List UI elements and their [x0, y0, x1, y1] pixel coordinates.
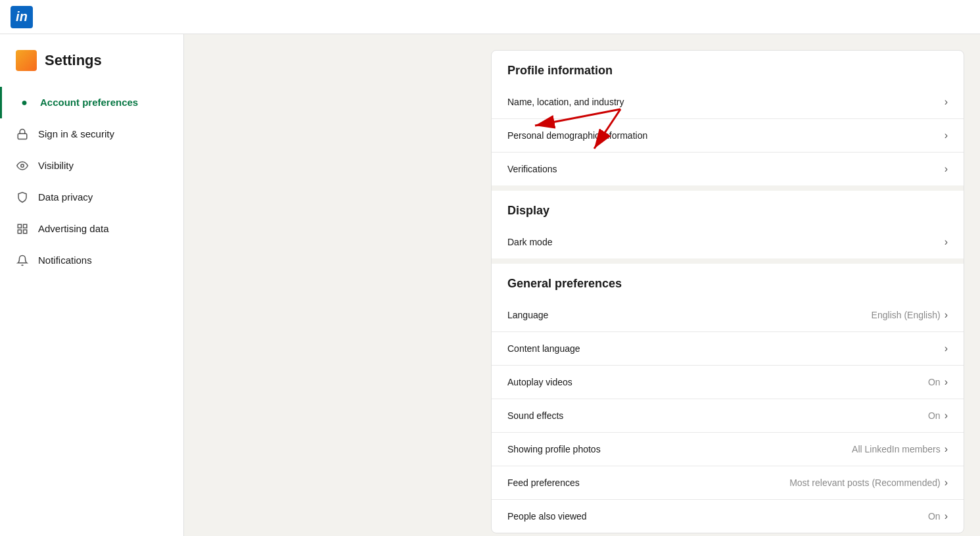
notifications-icon [16, 254, 29, 267]
chevron-icon-name-location: › [945, 96, 948, 108]
svg-rect-4 [24, 230, 27, 233]
sidebar-label-sign-in-security: Sign in & security [38, 128, 114, 141]
chevron-icon-demographic: › [945, 130, 948, 141]
item-left-feed: Feed preferences [507, 477, 580, 488]
sidebar-label-advertising-data: Advertising data [38, 222, 109, 235]
item-right-people-viewed: On › [928, 510, 948, 522]
item-dark-mode[interactable]: Dark mode › [492, 226, 964, 258]
item-right-name-location: › [945, 96, 948, 108]
section-title-profile: Profile information [492, 51, 964, 85]
sidebar-label-notifications: Notifications [38, 254, 92, 267]
item-label-name-location: Name, location, and industry [507, 97, 624, 107]
item-left-autoplay: Autoplay videos [507, 377, 572, 387]
item-label-sound: Sound effects [507, 410, 563, 421]
svg-rect-2 [18, 224, 21, 228]
item-label-feed: Feed preferences [507, 477, 580, 488]
main-layout: Settings ● Account preferences Sign in &… [0, 34, 980, 536]
item-left-name-location: Name, location, and industry [507, 97, 624, 107]
item-right-sound: On › [928, 410, 948, 422]
section-title-display: Display [492, 191, 964, 226]
section-display: Display Dark mode › [492, 191, 964, 264]
feed-value: Most relevant posts (Recommended) [789, 477, 941, 488]
sidebar: Settings ● Account preferences Sign in &… [0, 34, 184, 536]
item-people-also-viewed[interactable]: People also viewed On › [492, 499, 964, 533]
sign-in-security-icon [16, 128, 29, 141]
sidebar-label-visibility: Visibility [38, 159, 74, 172]
section-title-general: General preferences [492, 264, 964, 299]
section-profile-information: Profile information Name, location, and … [492, 51, 964, 191]
chevron-icon-verifications: › [945, 163, 948, 175]
item-right-language: English (English) › [872, 309, 948, 321]
item-left-profile-photos: Showing profile photos [507, 444, 601, 454]
chevron-icon-dark-mode: › [945, 236, 948, 248]
top-bar: in [0, 0, 980, 34]
item-left-dark-mode: Dark mode [507, 237, 552, 247]
item-right-feed: Most relevant posts (Recommended) › [789, 477, 948, 489]
account-preferences-icon: ● [18, 96, 31, 109]
item-verifications[interactable]: Verifications › [492, 152, 964, 185]
settings-panel: Profile information Name, location, and … [491, 50, 964, 533]
item-label-verifications: Verifications [507, 164, 557, 174]
chevron-icon-content-language: › [945, 343, 948, 354]
item-showing-profile-photos[interactable]: Showing profile photos All LinkedIn memb… [492, 432, 964, 466]
item-sound-effects[interactable]: Sound effects On › [492, 399, 964, 432]
item-label-profile-photos: Showing profile photos [507, 444, 601, 454]
item-right-autoplay: On › [928, 376, 948, 388]
data-privacy-icon [16, 191, 29, 204]
people-viewed-value: On [928, 511, 941, 522]
chevron-icon-profile-photos: › [945, 443, 948, 455]
item-right-verifications: › [945, 163, 948, 175]
item-right-profile-photos: All LinkedIn members › [852, 443, 948, 455]
item-name-location-industry[interactable]: Name, location, and industry › [492, 85, 964, 118]
sound-value: On [928, 410, 941, 421]
item-label-language: Language [507, 310, 548, 320]
item-label-demographic: Personal demographic information [507, 130, 647, 141]
language-value: English (English) [872, 310, 941, 320]
item-feed-preferences[interactable]: Feed preferences Most relevant posts (Re… [492, 466, 964, 499]
item-left-verifications: Verifications [507, 164, 557, 174]
item-left-language: Language [507, 310, 548, 320]
item-left-demographic: Personal demographic information [507, 130, 647, 141]
profile-photos-value: All LinkedIn members [852, 444, 941, 454]
item-right-demographic: › [945, 130, 948, 141]
content-wrapper: Profile information Name, location, and … [200, 50, 964, 533]
content-area: Profile information Name, location, and … [184, 34, 980, 536]
item-label-people-viewed: People also viewed [507, 511, 587, 522]
linkedin-logo: in [11, 6, 33, 28]
item-right-content-language: › [945, 343, 948, 354]
item-label-autoplay: Autoplay videos [507, 377, 572, 387]
svg-rect-3 [24, 224, 27, 228]
item-language[interactable]: Language English (English) › [492, 299, 964, 331]
chevron-icon-feed: › [945, 477, 948, 489]
item-label-content-language: Content language [507, 343, 580, 354]
sidebar-item-advertising-data[interactable]: Advertising data [0, 213, 183, 245]
sidebar-item-data-privacy[interactable]: Data privacy [0, 182, 183, 213]
svg-rect-5 [18, 230, 21, 233]
advertising-data-icon [16, 222, 29, 235]
sidebar-item-notifications[interactable]: Notifications [0, 245, 183, 276]
item-left-content-language: Content language [507, 343, 580, 354]
sidebar-item-visibility[interactable]: Visibility [0, 150, 183, 182]
item-left-sound: Sound effects [507, 410, 563, 421]
item-content-language[interactable]: Content language › [492, 331, 964, 365]
chevron-icon-language: › [945, 309, 948, 321]
svg-rect-0 [18, 134, 27, 139]
item-autoplay-videos[interactable]: Autoplay videos On › [492, 365, 964, 399]
chevron-icon-autoplay: › [945, 376, 948, 388]
section-general-preferences: General preferences Language English (En… [492, 264, 964, 533]
svg-point-1 [21, 164, 24, 168]
item-personal-demographic[interactable]: Personal demographic information › [492, 118, 964, 152]
user-avatar [16, 50, 37, 71]
sidebar-label-data-privacy: Data privacy [38, 191, 93, 204]
sidebar-label-account-preferences: Account preferences [40, 96, 138, 109]
autoplay-value: On [928, 377, 941, 387]
sidebar-title: Settings [45, 52, 102, 69]
chevron-icon-sound: › [945, 410, 948, 422]
sidebar-item-account-preferences[interactable]: ● Account preferences [0, 87, 183, 118]
item-label-dark-mode: Dark mode [507, 237, 552, 247]
visibility-icon [16, 159, 29, 172]
chevron-icon-people-viewed: › [945, 510, 948, 522]
item-left-people-viewed: People also viewed [507, 511, 587, 522]
sidebar-title-area: Settings [0, 50, 183, 87]
sidebar-item-sign-in-security[interactable]: Sign in & security [0, 118, 183, 150]
